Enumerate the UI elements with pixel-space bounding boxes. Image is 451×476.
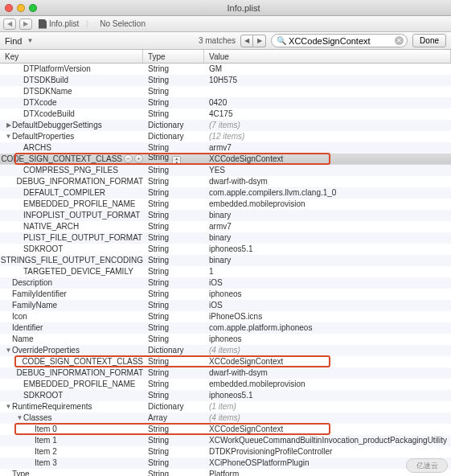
zoom-icon[interactable]: [29, 4, 37, 12]
search-field[interactable]: 🔍 ✕: [271, 34, 408, 47]
table-row[interactable]: EMBEDDED_PROFILE_NAMEStringembedded.mobi…: [0, 379, 451, 390]
table-row[interactable]: EMBEDDED_PROFILE_NAMEStringembedded.mobi…: [0, 199, 451, 210]
table-row[interactable]: DefaultDebuggerSettingsDictionary(7 item…: [0, 120, 451, 131]
disclosure-triangle-icon[interactable]: [5, 133, 12, 140]
row-value-label: armv7: [204, 143, 451, 152]
clear-search-icon[interactable]: ✕: [395, 36, 404, 45]
header-value[interactable]: Value: [204, 50, 451, 63]
add-row-icon[interactable]: +: [134, 154, 143, 163]
row-type-label: String: [143, 76, 204, 84]
row-value-label: 10H575: [204, 76, 451, 84]
breadcrumb-selection[interactable]: No Selection: [96, 19, 149, 28]
row-type-label: String: [143, 267, 204, 276]
row-type-label: String: [143, 244, 204, 253]
row-value-label: binary: [204, 233, 451, 242]
row-type-label: String: [143, 256, 204, 265]
find-next-button[interactable]: ▶: [253, 35, 266, 47]
row-type-label: String: [143, 143, 204, 152]
type-stepper[interactable]: ▲▼: [172, 156, 181, 166]
table-row[interactable]: FamilyNameStringiOS: [0, 300, 451, 311]
find-prev-button[interactable]: ◀: [240, 35, 253, 47]
header-type[interactable]: Type: [143, 50, 204, 63]
row-key-label: COMPRESS_PNG_FILES: [23, 166, 118, 174]
plist-tree[interactable]: DTPlatformVersionStringGMDTSDKBuildStrin…: [0, 64, 451, 476]
table-row[interactable]: IdentifierStringcom.apple.platform.iphon…: [0, 322, 451, 334]
table-row[interactable]: ARCHSStringarmv7: [0, 142, 451, 154]
search-input[interactable]: [289, 36, 395, 46]
table-row[interactable]: TARGETED_DEVICE_FAMILYString1: [0, 266, 451, 277]
row-key-label: Name: [12, 334, 34, 343]
table-row[interactable]: DTPlatformVersionStringGM: [0, 64, 451, 75]
row-type-label: String: [143, 301, 204, 310]
table-row[interactable]: NATIVE_ARCHStringarmv7: [0, 221, 451, 232]
row-value-label: XCCodeSignContext: [204, 154, 451, 163]
row-type-label: String: [143, 458, 204, 467]
table-row[interactable]: DEBUG_INFORMATION_FORMATStringdwarf-with…: [0, 176, 451, 187]
row-value-label: iphoneos: [204, 289, 451, 298]
nav-back-button[interactable]: ◀: [3, 18, 16, 30]
row-type-label: String: [143, 380, 204, 388]
table-row[interactable]: DEBUG_INFORMATION_FORMATStringdwarf-with…: [0, 367, 451, 379]
table-row[interactable]: Item 0StringXCCodeSignContext: [0, 424, 451, 435]
row-key-label: DefaultProperties: [12, 132, 74, 141]
table-row[interactable]: DTSDKNameString: [0, 86, 451, 97]
minimize-icon[interactable]: [17, 4, 25, 12]
done-button[interactable]: Done: [412, 34, 446, 47]
disclosure-triangle-icon[interactable]: [5, 403, 12, 410]
table-row[interactable]: RuntimeRequirementsDictionary(1 item): [0, 401, 451, 412]
table-row[interactable]: FamilyIdentifierStringiphoneos: [0, 289, 451, 300]
watermark-badge: 亿速云: [406, 458, 448, 473]
remove-row-icon[interactable]: −: [124, 154, 133, 163]
disclosure-triangle-icon[interactable]: [5, 121, 12, 129]
table-row[interactable]: DTXcodeBuildString4C175: [0, 109, 451, 120]
table-row[interactable]: DTSDKBuildString10H575: [0, 75, 451, 86]
row-type-label: String: [143, 87, 204, 96]
table-row[interactable]: TypeStringPlatform: [0, 469, 451, 476]
table-row[interactable]: DefaultPropertiesDictionary(12 items): [0, 131, 451, 142]
breadcrumb-file[interactable]: Info.plist: [35, 19, 82, 29]
table-row[interactable]: CODE_SIGN_CONTEXT_CLASS−+String▲▼XCCodeS…: [0, 154, 451, 165]
table-row[interactable]: DTXcodeString0420: [0, 97, 451, 109]
table-row[interactable]: COMPRESS_PNG_FILESStringYES: [0, 165, 451, 176]
table-row[interactable]: PLIST_FILE_OUTPUT_FORMATStringbinary: [0, 232, 451, 244]
table-row[interactable]: INFOPLIST_OUTPUT_FORMATStringbinary: [0, 210, 451, 221]
table-row[interactable]: NameStringiphoneos: [0, 334, 451, 345]
row-key-label: INFOPLIST_OUTPUT_FORMAT: [23, 211, 140, 220]
row-key-label: ARCHS: [23, 143, 51, 152]
table-row[interactable]: SDKROOTStringiphoneos5.1: [0, 244, 451, 255]
table-row[interactable]: CODE_SIGN_CONTEXT_CLASSStringXCCodeSignC…: [0, 356, 451, 367]
row-value-label: com.apple.platform.iphoneos: [204, 323, 451, 332]
breadcrumb-file-label: Info.plist: [49, 19, 79, 28]
row-type-label: String: [143, 334, 204, 343]
table-row[interactable]: DescriptionStringiOS: [0, 277, 451, 289]
table-row[interactable]: ClassesArray(4 items): [0, 412, 451, 424]
row-key-label: OverrideProperties: [12, 346, 80, 355]
disclosure-triangle-icon[interactable]: [16, 414, 23, 421]
row-key-label: Type: [12, 470, 30, 476]
row-type-label: String: [143, 436, 204, 445]
find-bar: Find ▼ 3 matches ◀ ▶ 🔍 ✕ Done: [0, 32, 451, 50]
table-row[interactable]: SDKROOTStringiphoneos5.1: [0, 390, 451, 401]
close-icon[interactable]: [5, 4, 13, 12]
row-key-label: NATIVE_ARCH: [23, 222, 79, 231]
row-key-label: DEFAULT_COMPILER: [23, 188, 105, 197]
nav-forward-button[interactable]: ▶: [19, 18, 32, 30]
row-type-label: Dictionary: [143, 132, 204, 141]
titlebar: Info.plist: [0, 0, 451, 16]
row-type-label: String: [143, 222, 204, 231]
table-row[interactable]: IconStringiPhoneOS.icns: [0, 311, 451, 322]
table-row[interactable]: DEFAULT_COMPILERStringcom.apple.compiler…: [0, 187, 451, 199]
row-value-label: binary: [204, 256, 451, 265]
table-row[interactable]: Item 2StringDTDKProvisioningProfileContr…: [0, 446, 451, 458]
header-key[interactable]: Key: [0, 50, 143, 63]
table-row[interactable]: OverridePropertiesDictionary(4 items): [0, 345, 451, 356]
row-type-label: Dictionary: [143, 402, 204, 411]
table-row[interactable]: STRINGS_FILE_OUTPUT_ENCODINGStringbinary: [0, 255, 451, 266]
row-type-label: String: [143, 233, 204, 242]
row-type-label: String: [143, 278, 204, 287]
row-key-label: Identifier: [12, 323, 43, 332]
disclosure-triangle-icon[interactable]: [5, 347, 12, 354]
table-row[interactable]: Item 3StringXCiPhoneOSPlatformPlugin: [0, 458, 451, 469]
find-menu-chevron-icon[interactable]: ▼: [27, 37, 33, 44]
table-row[interactable]: Item 1StringXCWorkQueueCommandBuiltinInv…: [0, 435, 451, 446]
